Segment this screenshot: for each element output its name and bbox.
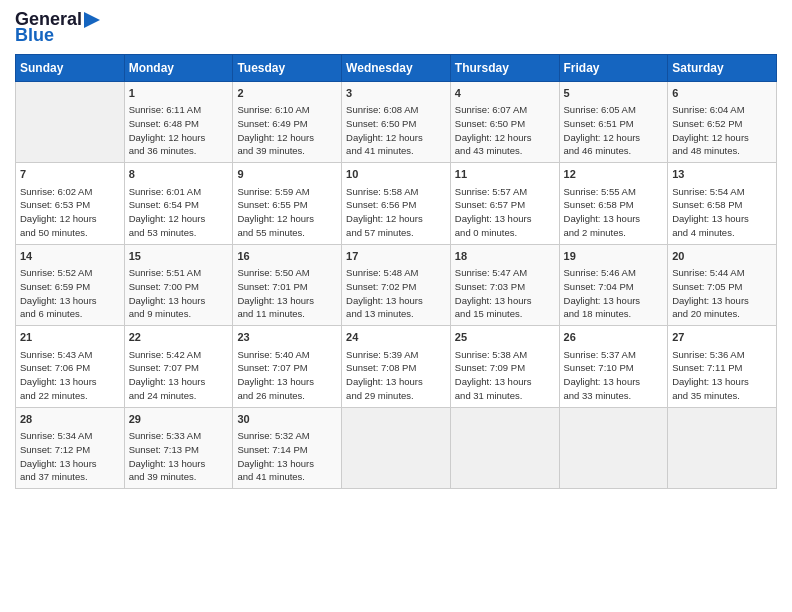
day-info: Sunrise: 6:04 AM Sunset: 6:52 PM Dayligh… xyxy=(672,103,772,158)
calendar-cell: 13Sunrise: 5:54 AM Sunset: 6:58 PM Dayli… xyxy=(668,163,777,244)
day-info: Sunrise: 5:42 AM Sunset: 7:07 PM Dayligh… xyxy=(129,348,229,403)
day-info: Sunrise: 6:10 AM Sunset: 6:49 PM Dayligh… xyxy=(237,103,337,158)
day-number: 14 xyxy=(20,249,120,264)
day-info: Sunrise: 6:08 AM Sunset: 6:50 PM Dayligh… xyxy=(346,103,446,158)
day-info: Sunrise: 6:02 AM Sunset: 6:53 PM Dayligh… xyxy=(20,185,120,240)
day-info: Sunrise: 5:40 AM Sunset: 7:07 PM Dayligh… xyxy=(237,348,337,403)
calendar-cell: 21Sunrise: 5:43 AM Sunset: 7:06 PM Dayli… xyxy=(16,326,125,407)
day-number: 9 xyxy=(237,167,337,182)
day-number: 17 xyxy=(346,249,446,264)
day-info: Sunrise: 6:05 AM Sunset: 6:51 PM Dayligh… xyxy=(564,103,664,158)
logo-text-blue: Blue xyxy=(15,26,54,46)
day-info: Sunrise: 5:52 AM Sunset: 6:59 PM Dayligh… xyxy=(20,266,120,321)
calendar-cell: 14Sunrise: 5:52 AM Sunset: 6:59 PM Dayli… xyxy=(16,244,125,325)
calendar-cell: 1Sunrise: 6:11 AM Sunset: 6:48 PM Daylig… xyxy=(124,81,233,162)
day-info: Sunrise: 5:32 AM Sunset: 7:14 PM Dayligh… xyxy=(237,429,337,484)
calendar-cell: 11Sunrise: 5:57 AM Sunset: 6:57 PM Dayli… xyxy=(450,163,559,244)
calendar-cell: 29Sunrise: 5:33 AM Sunset: 7:13 PM Dayli… xyxy=(124,407,233,488)
week-row-4: 21Sunrise: 5:43 AM Sunset: 7:06 PM Dayli… xyxy=(16,326,777,407)
day-info: Sunrise: 5:38 AM Sunset: 7:09 PM Dayligh… xyxy=(455,348,555,403)
day-number: 11 xyxy=(455,167,555,182)
header-friday: Friday xyxy=(559,54,668,81)
calendar-cell: 15Sunrise: 5:51 AM Sunset: 7:00 PM Dayli… xyxy=(124,244,233,325)
day-info: Sunrise: 5:39 AM Sunset: 7:08 PM Dayligh… xyxy=(346,348,446,403)
day-number: 3 xyxy=(346,86,446,101)
day-info: Sunrise: 5:50 AM Sunset: 7:01 PM Dayligh… xyxy=(237,266,337,321)
day-info: Sunrise: 5:57 AM Sunset: 6:57 PM Dayligh… xyxy=(455,185,555,240)
day-number: 29 xyxy=(129,412,229,427)
day-number: 28 xyxy=(20,412,120,427)
calendar-cell xyxy=(668,407,777,488)
day-number: 19 xyxy=(564,249,664,264)
day-number: 20 xyxy=(672,249,772,264)
day-info: Sunrise: 6:07 AM Sunset: 6:50 PM Dayligh… xyxy=(455,103,555,158)
calendar-cell: 12Sunrise: 5:55 AM Sunset: 6:58 PM Dayli… xyxy=(559,163,668,244)
day-number: 10 xyxy=(346,167,446,182)
day-number: 16 xyxy=(237,249,337,264)
day-info: Sunrise: 5:46 AM Sunset: 7:04 PM Dayligh… xyxy=(564,266,664,321)
calendar-cell: 8Sunrise: 6:01 AM Sunset: 6:54 PM Daylig… xyxy=(124,163,233,244)
calendar-cell: 30Sunrise: 5:32 AM Sunset: 7:14 PM Dayli… xyxy=(233,407,342,488)
day-number: 5 xyxy=(564,86,664,101)
day-info: Sunrise: 6:11 AM Sunset: 6:48 PM Dayligh… xyxy=(129,103,229,158)
calendar-cell: 4Sunrise: 6:07 AM Sunset: 6:50 PM Daylig… xyxy=(450,81,559,162)
day-info: Sunrise: 5:37 AM Sunset: 7:10 PM Dayligh… xyxy=(564,348,664,403)
day-number: 25 xyxy=(455,330,555,345)
day-number: 1 xyxy=(129,86,229,101)
svg-marker-0 xyxy=(84,12,100,28)
day-number: 8 xyxy=(129,167,229,182)
week-row-3: 14Sunrise: 5:52 AM Sunset: 6:59 PM Dayli… xyxy=(16,244,777,325)
calendar-cell: 6Sunrise: 6:04 AM Sunset: 6:52 PM Daylig… xyxy=(668,81,777,162)
calendar-cell: 9Sunrise: 5:59 AM Sunset: 6:55 PM Daylig… xyxy=(233,163,342,244)
calendar-cell: 17Sunrise: 5:48 AM Sunset: 7:02 PM Dayli… xyxy=(342,244,451,325)
day-number: 27 xyxy=(672,330,772,345)
day-info: Sunrise: 6:01 AM Sunset: 6:54 PM Dayligh… xyxy=(129,185,229,240)
calendar-cell: 24Sunrise: 5:39 AM Sunset: 7:08 PM Dayli… xyxy=(342,326,451,407)
day-info: Sunrise: 5:59 AM Sunset: 6:55 PM Dayligh… xyxy=(237,185,337,240)
day-number: 18 xyxy=(455,249,555,264)
day-number: 6 xyxy=(672,86,772,101)
day-info: Sunrise: 5:54 AM Sunset: 6:58 PM Dayligh… xyxy=(672,185,772,240)
day-number: 24 xyxy=(346,330,446,345)
header-thursday: Thursday xyxy=(450,54,559,81)
day-number: 26 xyxy=(564,330,664,345)
calendar-cell: 25Sunrise: 5:38 AM Sunset: 7:09 PM Dayli… xyxy=(450,326,559,407)
calendar-cell xyxy=(559,407,668,488)
calendar-cell: 28Sunrise: 5:34 AM Sunset: 7:12 PM Dayli… xyxy=(16,407,125,488)
day-number: 23 xyxy=(237,330,337,345)
calendar-cell: 2Sunrise: 6:10 AM Sunset: 6:49 PM Daylig… xyxy=(233,81,342,162)
day-info: Sunrise: 5:58 AM Sunset: 6:56 PM Dayligh… xyxy=(346,185,446,240)
day-number: 12 xyxy=(564,167,664,182)
calendar-cell: 10Sunrise: 5:58 AM Sunset: 6:56 PM Dayli… xyxy=(342,163,451,244)
header-wednesday: Wednesday xyxy=(342,54,451,81)
calendar-header-row: SundayMondayTuesdayWednesdayThursdayFrid… xyxy=(16,54,777,81)
week-row-5: 28Sunrise: 5:34 AM Sunset: 7:12 PM Dayli… xyxy=(16,407,777,488)
day-number: 22 xyxy=(129,330,229,345)
week-row-2: 7Sunrise: 6:02 AM Sunset: 6:53 PM Daylig… xyxy=(16,163,777,244)
day-info: Sunrise: 5:34 AM Sunset: 7:12 PM Dayligh… xyxy=(20,429,120,484)
week-row-1: 1Sunrise: 6:11 AM Sunset: 6:48 PM Daylig… xyxy=(16,81,777,162)
calendar-cell: 20Sunrise: 5:44 AM Sunset: 7:05 PM Dayli… xyxy=(668,244,777,325)
day-info: Sunrise: 5:33 AM Sunset: 7:13 PM Dayligh… xyxy=(129,429,229,484)
calendar-cell: 26Sunrise: 5:37 AM Sunset: 7:10 PM Dayli… xyxy=(559,326,668,407)
header-saturday: Saturday xyxy=(668,54,777,81)
day-number: 4 xyxy=(455,86,555,101)
calendar-cell xyxy=(342,407,451,488)
calendar-cell: 27Sunrise: 5:36 AM Sunset: 7:11 PM Dayli… xyxy=(668,326,777,407)
calendar-cell: 7Sunrise: 6:02 AM Sunset: 6:53 PM Daylig… xyxy=(16,163,125,244)
header-tuesday: Tuesday xyxy=(233,54,342,81)
day-number: 2 xyxy=(237,86,337,101)
calendar-cell: 23Sunrise: 5:40 AM Sunset: 7:07 PM Dayli… xyxy=(233,326,342,407)
day-info: Sunrise: 5:44 AM Sunset: 7:05 PM Dayligh… xyxy=(672,266,772,321)
calendar-cell xyxy=(16,81,125,162)
calendar-cell: 18Sunrise: 5:47 AM Sunset: 7:03 PM Dayli… xyxy=(450,244,559,325)
calendar-cell: 19Sunrise: 5:46 AM Sunset: 7:04 PM Dayli… xyxy=(559,244,668,325)
day-number: 13 xyxy=(672,167,772,182)
calendar-cell xyxy=(450,407,559,488)
day-info: Sunrise: 5:36 AM Sunset: 7:11 PM Dayligh… xyxy=(672,348,772,403)
day-info: Sunrise: 5:43 AM Sunset: 7:06 PM Dayligh… xyxy=(20,348,120,403)
day-info: Sunrise: 5:47 AM Sunset: 7:03 PM Dayligh… xyxy=(455,266,555,321)
logo-arrow-icon xyxy=(82,10,102,30)
header-sunday: Sunday xyxy=(16,54,125,81)
calendar-cell: 22Sunrise: 5:42 AM Sunset: 7:07 PM Dayli… xyxy=(124,326,233,407)
